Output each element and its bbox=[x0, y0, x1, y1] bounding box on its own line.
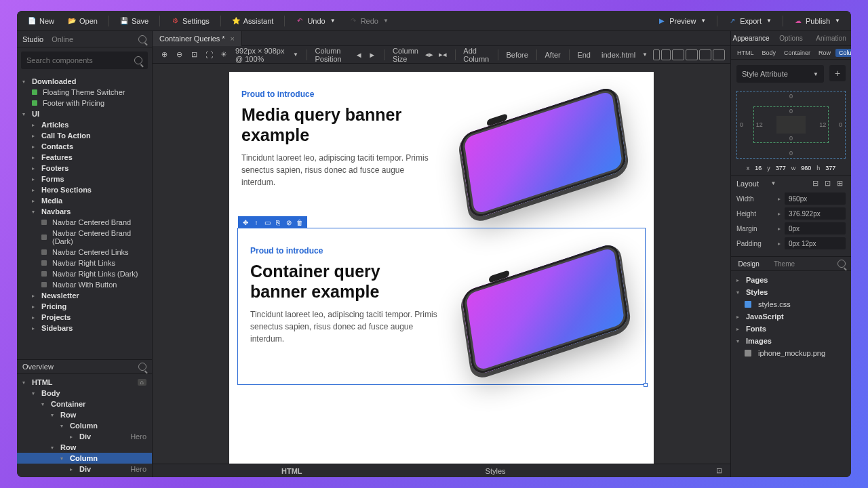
tree-html[interactable]: ▾HTML⌂ bbox=[17, 377, 152, 388]
column-size-label[interactable]: Column Size bbox=[393, 47, 420, 63]
tree-column-selected[interactable]: ▾Column bbox=[17, 453, 152, 464]
tree-iphone-png[interactable]: iphone_mockup.png bbox=[731, 347, 851, 359]
tab-animation[interactable]: Animation bbox=[811, 35, 851, 42]
up-icon[interactable]: ↑ bbox=[252, 218, 261, 227]
tree-item[interactable]: ▸Projects bbox=[17, 312, 152, 323]
arrow-right-icon[interactable]: ► bbox=[368, 49, 376, 61]
doc-tab[interactable]: Container Queries * × bbox=[153, 31, 242, 46]
layout-section[interactable]: Layout▼ ⊟ ⊡ ⊞ bbox=[731, 175, 851, 191]
new-button[interactable]: 📄New bbox=[22, 14, 60, 28]
arrow-left-icon[interactable]: ◄ bbox=[355, 49, 362, 61]
tab-options[interactable]: Options bbox=[771, 35, 811, 42]
column-position-label[interactable]: Column Position bbox=[315, 47, 350, 63]
tree-item[interactable]: Footer with Pricing bbox=[17, 98, 152, 108]
export-button[interactable]: ↗Export▼ bbox=[723, 14, 777, 28]
device-tablet-icon[interactable] bbox=[661, 49, 671, 60]
settings-button[interactable]: ⚙Settings bbox=[165, 14, 215, 28]
style-attribute-select[interactable]: Style Attribute▼ bbox=[736, 65, 824, 83]
tree-item[interactable]: Navbar With Button bbox=[17, 279, 152, 290]
expand-icon[interactable]: ⛶ bbox=[203, 49, 215, 61]
page[interactable]: Proud to introduce Media query banner ex… bbox=[229, 72, 654, 464]
zoom-in-icon[interactable]: ⊕ bbox=[158, 49, 170, 61]
hide-icon[interactable]: ⊘ bbox=[284, 218, 294, 227]
layout-icon[interactable]: ⊟ bbox=[809, 178, 821, 190]
tab-theme[interactable]: Theme bbox=[766, 260, 802, 268]
shrink-icon[interactable]: ◂▸ bbox=[425, 49, 433, 61]
fit-icon[interactable]: ⊡ bbox=[188, 49, 200, 61]
search-icon[interactable] bbox=[837, 260, 846, 268]
bc-row[interactable]: Row bbox=[815, 49, 834, 57]
undo-button[interactable]: ↶Undo▼ bbox=[290, 14, 340, 28]
collapse-icon[interactable]: ⊡ bbox=[713, 465, 725, 477]
publish-button[interactable]: ☁Publish▼ bbox=[789, 14, 846, 28]
box-model[interactable]: 0 0 0 0 0 0 12 12 bbox=[736, 91, 846, 159]
tree-item[interactable]: Navbar Right Links bbox=[17, 258, 152, 268]
overview-header[interactable]: Overview bbox=[17, 359, 152, 374]
preview-button[interactable]: ▶Preview▼ bbox=[652, 14, 711, 28]
tree-item[interactable]: Floating Theme Switcher bbox=[17, 87, 152, 98]
columns-icon[interactable]: ▭ bbox=[262, 218, 272, 227]
tree-div[interactable]: ▸DivHero bbox=[17, 431, 152, 442]
sun-icon[interactable]: ☀ bbox=[218, 49, 230, 61]
device-xl-icon[interactable] bbox=[713, 49, 725, 60]
margin-input[interactable]: 0px bbox=[785, 222, 846, 235]
tree-item[interactable]: ▸Call To Action bbox=[17, 130, 152, 141]
add-style-button[interactable]: + bbox=[829, 65, 846, 81]
tree-item[interactable]: ▸Pricing bbox=[17, 301, 152, 312]
tab-online[interactable]: Online bbox=[52, 35, 73, 43]
tree-javascript[interactable]: ▸JavaScript bbox=[731, 310, 851, 323]
height-input[interactable]: 376.922px bbox=[785, 207, 846, 220]
after-button[interactable]: After bbox=[545, 51, 561, 59]
device-mobile-icon[interactable] bbox=[653, 49, 660, 60]
before-button[interactable]: Before bbox=[506, 51, 528, 59]
tree-item[interactable]: ▸Features bbox=[17, 152, 152, 163]
tree-images[interactable]: ▾Images bbox=[731, 335, 851, 347]
tree-row[interactable]: ▾Row bbox=[17, 409, 152, 420]
save-button[interactable]: 💾Save bbox=[115, 14, 154, 28]
tree-item[interactable]: ▸Contacts bbox=[17, 141, 152, 152]
tree-row[interactable]: ▾Row bbox=[17, 442, 152, 453]
tab-design[interactable]: Design bbox=[731, 260, 766, 268]
filename[interactable]: index.html bbox=[601, 51, 635, 59]
tree-div[interactable]: ▸DivHero bbox=[17, 464, 152, 474]
close-icon[interactable]: × bbox=[231, 35, 235, 43]
bc-html[interactable]: HTML bbox=[734, 49, 757, 57]
tree-column[interactable]: ▾Column bbox=[17, 420, 152, 431]
search-icon[interactable] bbox=[138, 35, 146, 43]
search-input[interactable] bbox=[26, 56, 130, 64]
tree-body[interactable]: ▾Body bbox=[17, 388, 152, 399]
tree-item[interactable]: ▸Articles bbox=[17, 119, 152, 130]
tree-item[interactable]: ▸Newsletter bbox=[17, 290, 152, 301]
grow-icon[interactable]: ▸◂ bbox=[439, 49, 447, 61]
tree-item[interactable]: ▸Hero Sections bbox=[17, 184, 152, 195]
zoom-out-icon[interactable]: ⊖ bbox=[173, 49, 185, 61]
tree-pages[interactable]: ▸Pages bbox=[731, 274, 851, 286]
open-button[interactable]: 📂Open bbox=[62, 14, 103, 28]
tree-item[interactable]: Navbar Centered Links bbox=[17, 247, 152, 258]
end-button[interactable]: End bbox=[577, 51, 591, 59]
tree-item[interactable]: ▸Footers bbox=[17, 163, 152, 174]
tree-container[interactable]: ▾Container bbox=[17, 399, 152, 409]
component-search[interactable] bbox=[21, 52, 148, 69]
banner-1[interactable]: Proud to introduce Media query banner ex… bbox=[229, 72, 654, 228]
device-desktop-icon[interactable] bbox=[699, 49, 711, 60]
layout-icon[interactable]: ⊡ bbox=[821, 178, 833, 190]
tree-ui[interactable]: ▾UI bbox=[17, 108, 152, 119]
search-icon[interactable] bbox=[138, 363, 146, 371]
tree-item[interactable]: Navbar Right Links (Dark) bbox=[17, 268, 152, 279]
padding-input[interactable]: 0px 12px bbox=[785, 237, 846, 249]
canvas[interactable]: Proud to introduce Media query banner ex… bbox=[153, 64, 730, 464]
redo-button[interactable]: ↷Redo▼ bbox=[344, 14, 394, 28]
tree-item[interactable]: ▸Sidebars bbox=[17, 323, 152, 333]
width-input[interactable]: 960px bbox=[785, 192, 846, 205]
move-icon[interactable]: ✥ bbox=[241, 218, 250, 227]
tree-item[interactable]: ▸Forms bbox=[17, 174, 152, 184]
tree-styles[interactable]: ▾Styles bbox=[731, 286, 851, 298]
bc-container[interactable]: Container bbox=[781, 49, 814, 57]
tab-appearance[interactable]: Appearance bbox=[731, 35, 771, 42]
tree-item[interactable]: Navbar Centered Brand (Dark) bbox=[17, 228, 152, 247]
copy-icon[interactable]: ⎘ bbox=[273, 218, 283, 227]
tree-downloaded[interactable]: ▾Downloaded bbox=[17, 76, 152, 87]
add-column-button[interactable]: Add Column bbox=[463, 47, 490, 63]
bc-column[interactable]: Column bbox=[835, 49, 851, 57]
